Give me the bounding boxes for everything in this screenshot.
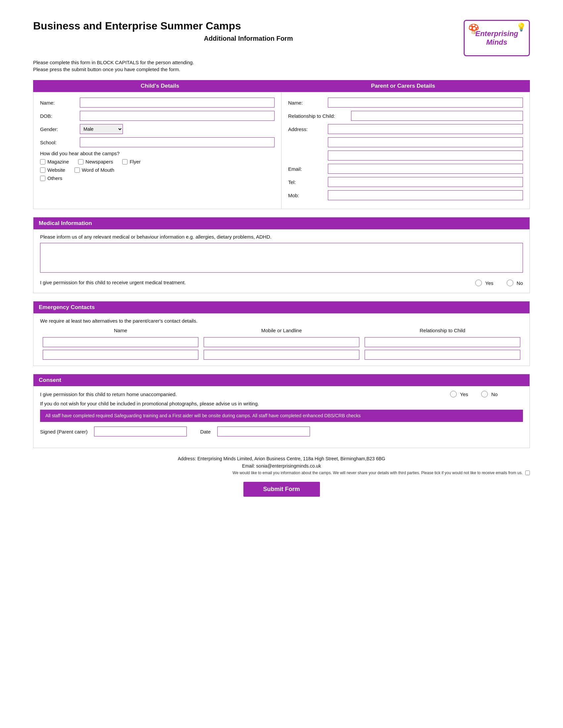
hear-website[interactable]: Website <box>40 167 65 173</box>
hear-newspapers[interactable]: Newspapers <box>78 159 113 164</box>
child-school-label: School: <box>40 140 80 145</box>
emergency-col-name: Name <box>40 328 201 336</box>
medical-description: Please inform us of any relevant medical… <box>40 234 523 240</box>
details-section-header: Child's Details Parent or Carers Details <box>33 80 530 92</box>
parent-address-input2[interactable] <box>328 137 523 147</box>
parent-relationship-input[interactable] <box>351 111 523 121</box>
childs-details-header: Child's Details <box>38 83 282 89</box>
child-gender-select[interactable]: Male Female Other <box>80 124 123 134</box>
emergency-mobile-input-1[interactable] <box>204 337 359 347</box>
consent-content: I give permission for this child to retu… <box>33 386 530 448</box>
page-main-title: Business and Enterprise Summer Camps <box>33 20 464 32</box>
emergency-table: Name Mobile or Landline Relationship to … <box>40 328 523 361</box>
medical-no[interactable]: No <box>507 280 523 286</box>
hear-others-checkbox[interactable] <box>40 176 45 181</box>
emergency-mobile-cell-1 <box>201 336 362 348</box>
consent-return-text: I give permission for this child to retu… <box>40 391 450 397</box>
emergency-mobile-cell-2 <box>201 348 362 361</box>
hear-word-of-mouth[interactable]: Word of Mouth <box>74 167 114 173</box>
hear-newspapers-checkbox[interactable] <box>78 159 83 164</box>
hear-checkboxes-row1: Magazine Newspapers Flyer <box>40 159 274 164</box>
emergency-mobile-input-2[interactable] <box>204 350 359 360</box>
parent-tel-row: Tel: <box>288 177 523 187</box>
medical-textarea[interactable] <box>40 243 523 273</box>
parent-address-label: Address: <box>288 126 328 132</box>
parents-details-header: Parent or Carers Details <box>282 83 525 89</box>
instruction-line2: Please press the submit button once you … <box>33 67 530 72</box>
medical-yes-label: Yes <box>485 280 493 286</box>
page-sub-title: Additional Information Form <box>33 35 464 42</box>
medical-section: Medical Information Please inform us of … <box>33 217 530 293</box>
child-school-input[interactable] <box>80 137 274 147</box>
medical-yes-radio[interactable] <box>475 280 482 286</box>
child-name-input[interactable] <box>80 98 274 108</box>
email-note-row: We would like to email you information a… <box>33 471 530 475</box>
child-dob-label: DOB: <box>40 113 80 119</box>
parent-tel-input[interactable] <box>328 177 523 187</box>
medical-radio-group: Yes No <box>475 280 523 286</box>
parent-relationship-label: Relationship to Child: <box>288 113 351 119</box>
child-dob-row: DOB: <box>40 111 274 121</box>
hear-checkboxes-row2: Website Word of Mouth <box>40 167 274 173</box>
mushroom-icon: 🍄 <box>468 23 480 34</box>
child-name-row: Name: <box>40 98 274 108</box>
hear-magazine-checkbox[interactable] <box>40 159 45 164</box>
parent-address-input1[interactable] <box>328 124 523 134</box>
email-opt-out-checkbox[interactable] <box>525 471 530 475</box>
parent-relationship-row: Relationship to Child: <box>288 111 523 121</box>
parent-mob-input[interactable] <box>328 190 523 200</box>
emergency-table-header-row: Name Mobile or Landline Relationship to … <box>40 328 523 336</box>
medical-no-radio[interactable] <box>507 280 513 286</box>
emergency-col-relationship: Relationship to Child <box>362 328 523 336</box>
logo-line1: Enterprising <box>475 29 518 38</box>
parent-name-input[interactable] <box>328 98 523 108</box>
emergency-relationship-input-2[interactable] <box>365 350 520 360</box>
medical-no-label: No <box>517 280 523 286</box>
child-name-label: Name: <box>40 100 80 106</box>
emergency-relationship-cell-1 <box>362 336 523 348</box>
email-note-text: We would like to email you information a… <box>232 471 523 475</box>
medical-yes[interactable]: Yes <box>475 280 493 286</box>
child-gender-label: Gender: <box>40 126 80 132</box>
safeguard-banner: All staff have completed required Safegu… <box>40 410 523 422</box>
hear-flyer-checkbox[interactable] <box>122 159 127 164</box>
hear-website-checkbox[interactable] <box>40 167 45 173</box>
parent-address-row2 <box>288 137 523 147</box>
submit-btn-row: Submit Form <box>33 482 530 497</box>
consent-return-yes-label: Yes <box>460 391 468 397</box>
submit-button[interactable]: Submit Form <box>243 482 320 497</box>
footer-address: Address: Enterprising Minds Limited, Ari… <box>33 456 530 461</box>
emergency-section: Emergency Contacts We require at least t… <box>33 301 530 366</box>
emergency-name-cell-2 <box>40 348 201 361</box>
parent-address-input3[interactable] <box>328 151 523 160</box>
hear-magazine[interactable]: Magazine <box>40 159 69 164</box>
consent-return-yes[interactable]: Yes <box>450 391 468 397</box>
parent-email-input[interactable] <box>328 164 523 174</box>
signed-row: Signed (Parent carer) Date <box>40 427 523 436</box>
logo-line2: Minds <box>486 38 507 47</box>
hear-flyer[interactable]: Flyer <box>122 159 140 164</box>
date-label: Date <box>200 429 211 434</box>
child-gender-row: Gender: Male Female Other <box>40 124 274 134</box>
hear-word-of-mouth-checkbox[interactable] <box>74 167 80 173</box>
consent-return-yes-radio[interactable] <box>450 391 457 397</box>
emergency-content: We require at least two alternatives to … <box>33 313 530 366</box>
hear-others[interactable]: Others <box>40 175 62 181</box>
emergency-relationship-input-1[interactable] <box>365 337 520 347</box>
child-dob-input[interactable] <box>80 111 274 121</box>
consent-photos-text: If you do not wish for your child be inc… <box>40 401 523 406</box>
medical-header: Medical Information <box>33 217 530 229</box>
emergency-name-input-1[interactable] <box>43 337 198 347</box>
parents-panel: Name: Relationship to Child: Address: Em… <box>282 92 530 209</box>
emergency-description: We require at least two alternatives to … <box>40 318 523 324</box>
consent-return-no-radio[interactable] <box>481 391 488 397</box>
parent-name-row: Name: <box>288 98 523 108</box>
parent-mob-label: Mob: <box>288 193 328 198</box>
consent-return-no[interactable]: No <box>481 391 497 397</box>
hear-checkboxes-row3: Others <box>40 175 274 181</box>
instructions-block: Please complete this form in BLOCK CAPIT… <box>33 60 530 72</box>
emergency-name-input-2[interactable] <box>43 350 198 360</box>
details-panel: Name: DOB: Gender: Male Female Other Sch… <box>33 92 530 209</box>
date-input[interactable] <box>217 427 310 436</box>
signed-input[interactable] <box>94 427 187 436</box>
